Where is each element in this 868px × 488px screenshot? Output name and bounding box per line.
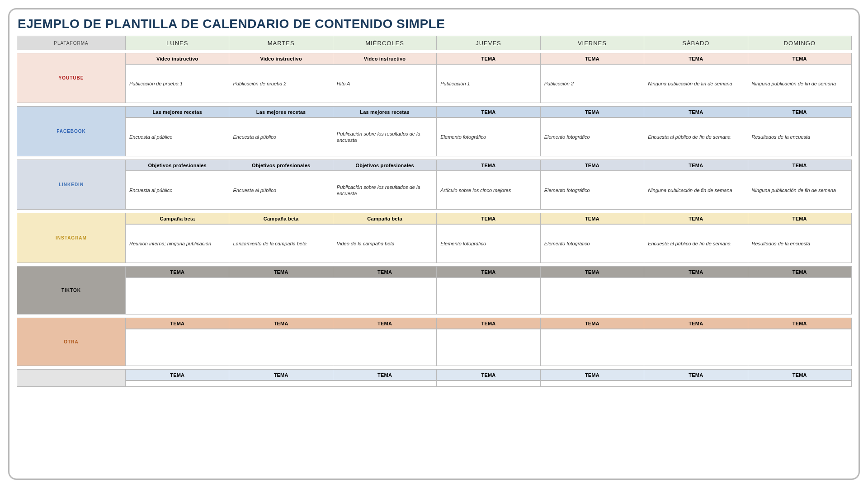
- platform-label: YOUTUBE: [17, 53, 126, 103]
- topic-cell: TEMA: [540, 318, 644, 329]
- topic-cell: TEMA: [333, 318, 437, 329]
- content-cell: [229, 380, 333, 387]
- content-cell: Elemento fotográfico: [540, 171, 644, 210]
- platform-label: FACEBOOK: [17, 106, 126, 156]
- content-cell: [540, 329, 644, 366]
- content-cell: Publicación sobre los resultados de la e…: [333, 117, 437, 156]
- content-cell: [125, 277, 229, 314]
- topic-cell: TEMA: [125, 318, 229, 329]
- content-cell: Publicación 2: [540, 64, 644, 103]
- content-cell: Ninguna publicación de fin de semana: [748, 64, 852, 103]
- topic-cell: TEMA: [748, 213, 852, 224]
- content-cell: Elemento fotográfico: [540, 224, 644, 263]
- platform-label: TIKTOK: [17, 266, 126, 314]
- topic-cell: TEMA: [748, 53, 852, 64]
- content-cell: Ninguna publicación de fin de semana: [748, 171, 852, 210]
- topic-cell: TEMA: [644, 53, 748, 64]
- content-cell: Encuesta al público: [229, 171, 333, 210]
- page-title: EJEMPLO DE PLANTILLA DE CALENDARIO DE CO…: [18, 17, 851, 31]
- topic-cell: Video instructivo: [333, 53, 437, 64]
- topic-cell: TEMA: [333, 266, 437, 277]
- content-cell: [333, 380, 437, 387]
- content-cell: Publicación de prueba 2: [229, 64, 333, 103]
- content-cell: Encuesta al público: [125, 117, 229, 156]
- topic-cell: TEMA: [644, 213, 748, 224]
- content-cell: Publicación 1: [436, 64, 540, 103]
- day-header: DOMINGO: [748, 36, 852, 50]
- topic-cell: TEMA: [748, 318, 852, 329]
- content-cell: [644, 380, 748, 387]
- topic-cell: TEMA: [644, 369, 748, 380]
- content-cell: Video de la campaña beta: [333, 224, 437, 263]
- topic-cell: TEMA: [125, 369, 229, 380]
- day-header: SÁBADO: [644, 36, 748, 50]
- platform-section-facebook: FACEBOOKLas mejores recetasLas mejores r…: [17, 106, 851, 156]
- calendar-template: EJEMPLO DE PLANTILLA DE CALENDARIO DE CO…: [8, 8, 860, 480]
- topic-cell: Las mejores recetas: [229, 106, 333, 117]
- content-cell: [125, 329, 229, 366]
- day-header: MARTES: [229, 36, 333, 50]
- content-cell: Elemento fotográfico: [436, 117, 540, 156]
- content-cell: Encuesta al público: [125, 171, 229, 210]
- topic-cell: TEMA: [333, 369, 437, 380]
- platform-header: PLATAFORMA: [17, 36, 126, 50]
- topic-cell: Video instructivo: [125, 53, 229, 64]
- topic-cell: TEMA: [436, 106, 540, 117]
- content-cell: [540, 380, 644, 387]
- topic-cell: TEMA: [436, 318, 540, 329]
- days-header-row: PLATAFORMA LUNES MARTES MIÉRCOLES JUEVES…: [17, 36, 851, 50]
- content-cell: Ninguna publicación de fin de semana: [644, 64, 748, 103]
- content-cell: [229, 277, 333, 314]
- topic-cell: TEMA: [125, 266, 229, 277]
- platform-label: OTRA: [17, 318, 126, 366]
- topic-cell: Las mejores recetas: [125, 106, 229, 117]
- topic-cell: TEMA: [436, 160, 540, 171]
- topic-cell: TEMA: [748, 369, 852, 380]
- topic-cell: TEMA: [229, 318, 333, 329]
- topic-cell: TEMA: [644, 160, 748, 171]
- platform-section-instagram: INSTAGRAMCampaña betaCampaña betaCampaña…: [17, 213, 851, 263]
- content-cell: Reunión interna; ninguna publicación: [125, 224, 229, 263]
- topic-cell: TEMA: [540, 53, 644, 64]
- topic-cell: TEMA: [748, 266, 852, 277]
- topic-cell: TEMA: [644, 266, 748, 277]
- topic-cell: TEMA: [540, 106, 644, 117]
- content-cell: [333, 277, 437, 314]
- platform-section-youtube: YOUTUBEVideo instructivoVideo instructiv…: [17, 53, 851, 103]
- content-cell: [333, 329, 437, 366]
- day-header: VIERNES: [540, 36, 644, 50]
- platform-section-otra: OTRATEMATEMATEMATEMATEMATEMATEMA: [17, 318, 851, 366]
- topic-cell: TEMA: [540, 160, 644, 171]
- content-cell: [748, 380, 852, 387]
- topic-cell: Las mejores recetas: [333, 106, 437, 117]
- content-cell: Encuesta al público: [229, 117, 333, 156]
- content-cell: Elemento fotográfico: [436, 224, 540, 263]
- topic-cell: TEMA: [540, 266, 644, 277]
- content-cell: [748, 329, 852, 366]
- content-cell: Lanzamiento de la campaña beta: [229, 224, 333, 263]
- content-cell: Encuesta al público de fin de semana: [644, 117, 748, 156]
- content-cell: [436, 380, 540, 387]
- topic-cell: TEMA: [540, 369, 644, 380]
- platform-label: [17, 369, 126, 387]
- day-header: JUEVES: [436, 36, 540, 50]
- content-cell: Hito A: [333, 64, 437, 103]
- content-cell: [644, 329, 748, 366]
- topic-cell: TEMA: [748, 106, 852, 117]
- topic-cell: Objetivos profesionales: [333, 160, 437, 171]
- topic-cell: Video instructivo: [229, 53, 333, 64]
- content-cell: [229, 329, 333, 366]
- topic-cell: TEMA: [436, 266, 540, 277]
- content-cell: [125, 380, 229, 387]
- topic-cell: TEMA: [229, 266, 333, 277]
- content-cell: [644, 277, 748, 314]
- content-cell: Ninguna publicación de fin de semana: [644, 171, 748, 210]
- topic-cell: TEMA: [644, 318, 748, 329]
- topic-cell: TEMA: [229, 369, 333, 380]
- topic-cell: Objetivos profesionales: [125, 160, 229, 171]
- content-cell: Elemento fotográfico: [540, 117, 644, 156]
- topic-cell: TEMA: [644, 106, 748, 117]
- day-header: MIÉRCOLES: [333, 36, 437, 50]
- content-cell: Artículo sobre los cinco mejores: [436, 171, 540, 210]
- platform-label: INSTAGRAM: [17, 213, 126, 263]
